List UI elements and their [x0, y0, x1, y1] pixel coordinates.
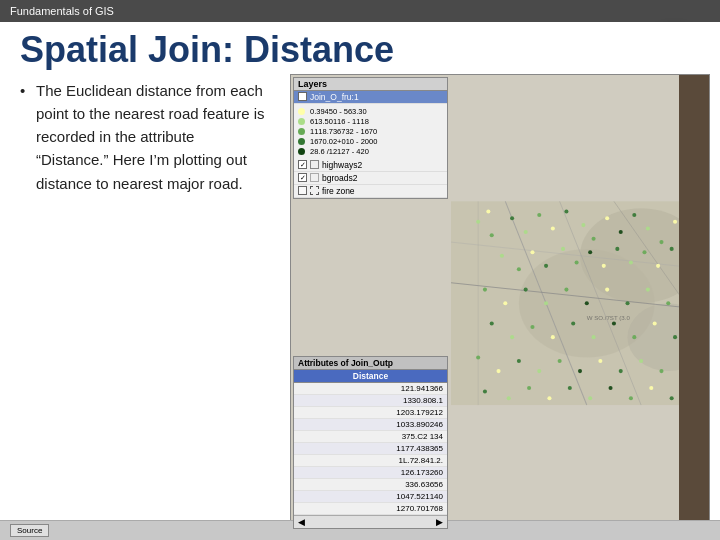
- svg-point-70: [619, 369, 623, 373]
- svg-point-23: [646, 226, 650, 230]
- hw-legend: [310, 160, 319, 169]
- svg-text:W SO./7ST (3.0: W SO./7ST (3.0: [587, 314, 631, 321]
- svg-point-25: [673, 219, 677, 223]
- scroll-left-icon[interactable]: ◀: [298, 517, 305, 527]
- attr-row-8: 126.173260: [294, 467, 447, 479]
- attr-row-4: 1033.890246: [294, 419, 447, 431]
- svg-point-48: [625, 301, 629, 305]
- svg-point-41: [483, 287, 487, 291]
- dark-strip-decoration: [679, 75, 709, 531]
- dist-val-1: 0.39450 - 563.30: [310, 107, 367, 116]
- layer-item-highways[interactable]: ✓ highways2: [294, 159, 447, 172]
- svg-point-64: [496, 369, 500, 373]
- top-bar: Fundamentals of GIS: [0, 0, 720, 22]
- attr-row-7: 1L.72.841.2.: [294, 455, 447, 467]
- svg-point-68: [578, 369, 582, 373]
- main-content: Spatial Join: Distance The Euclidean dis…: [0, 22, 720, 540]
- svg-point-50: [666, 301, 670, 305]
- svg-point-79: [588, 396, 592, 400]
- svg-point-63: [476, 355, 480, 359]
- svg-point-17: [564, 209, 568, 213]
- dist-val-4: 1670.02+010 - 2000: [310, 137, 377, 146]
- svg-point-33: [588, 250, 592, 254]
- layer-checkbox[interactable]: ✓: [298, 92, 307, 101]
- svg-point-43: [524, 287, 528, 291]
- layer-item-firezone[interactable]: fire zone: [294, 185, 447, 198]
- attr-row-10: 1047.521140: [294, 491, 447, 503]
- svg-point-57: [592, 335, 596, 339]
- dist-dot-1: [298, 108, 305, 115]
- svg-point-12: [486, 209, 490, 213]
- svg-point-52: [490, 321, 494, 325]
- svg-point-44: [544, 301, 548, 305]
- layer-checkbox-hw[interactable]: ✓: [298, 160, 307, 169]
- svg-point-13: [510, 216, 514, 220]
- dist-dot-4: [298, 138, 305, 145]
- svg-point-10: [476, 219, 480, 223]
- dist-row-2: 613.50116 - 1118: [298, 117, 443, 126]
- svg-point-77: [547, 396, 551, 400]
- svg-point-45: [564, 287, 568, 291]
- svg-point-67: [558, 358, 562, 362]
- scroll-controls: ◀ ▶: [294, 515, 447, 528]
- dist-row-1: 0.39450 - 563.30: [298, 107, 443, 116]
- layer-checkbox-bg[interactable]: ✓: [298, 173, 307, 182]
- svg-point-75: [507, 396, 511, 400]
- fz-legend: [310, 186, 319, 195]
- dist-dot-2: [298, 118, 305, 125]
- svg-point-49: [646, 287, 650, 291]
- layers-title: Layers: [294, 78, 447, 91]
- svg-point-16: [551, 226, 555, 230]
- scroll-right-icon[interactable]: ▶: [436, 517, 443, 527]
- svg-point-71: [639, 358, 643, 362]
- svg-point-59: [632, 335, 636, 339]
- attr-row-9: 336.63656: [294, 479, 447, 491]
- top-bar-label: Fundamentals of GIS: [10, 5, 114, 17]
- layer-label-join: Join_O_fru:1: [310, 92, 359, 102]
- svg-point-22: [632, 212, 636, 216]
- svg-point-11: [490, 233, 494, 237]
- svg-point-15: [537, 212, 541, 216]
- svg-point-78: [568, 386, 572, 390]
- svg-point-65: [517, 358, 521, 362]
- svg-point-42: [503, 301, 507, 305]
- attr-title: Attributes of Join_Outp: [294, 357, 447, 370]
- layer-label-firezone: fire zone: [322, 186, 355, 196]
- attr-column-header: Distance: [294, 370, 447, 383]
- svg-point-54: [530, 325, 534, 329]
- gis-panel: Layers ✓ Join_O_fru:1 0.39450 - 563.30 6…: [290, 74, 710, 532]
- svg-point-56: [571, 321, 575, 325]
- dist-row-3: 1118.736732 - 1670: [298, 127, 443, 136]
- svg-point-83: [670, 396, 674, 400]
- svg-point-47: [605, 287, 609, 291]
- svg-point-36: [629, 260, 633, 264]
- text-panel: The Euclidean distance from each point t…: [10, 74, 280, 532]
- layer-item-bgroads[interactable]: ✓ bgroads2: [294, 172, 447, 185]
- layers-panel: Layers ✓ Join_O_fru:1 0.39450 - 563.30 6…: [293, 77, 448, 199]
- map-area: W SO./7ST (3.0: [451, 75, 709, 531]
- layer-label-bgroads: bgroads2: [322, 173, 357, 183]
- title-area: Spatial Join: Distance: [0, 22, 720, 74]
- source-button[interactable]: Source: [10, 524, 49, 537]
- svg-point-27: [500, 253, 504, 257]
- svg-point-82: [649, 386, 653, 390]
- dist-val-3: 1118.736732 - 1670: [310, 127, 377, 136]
- svg-point-30: [544, 263, 548, 267]
- svg-point-31: [561, 246, 565, 250]
- layer-item-join[interactable]: ✓ Join_O_fru:1: [294, 91, 447, 104]
- bullet-text: The Euclidean distance from each point t…: [20, 79, 270, 195]
- layer-checkbox-fz[interactable]: [298, 186, 307, 195]
- svg-point-58: [612, 321, 616, 325]
- svg-point-60: [653, 321, 657, 325]
- attr-row-11: 1270.701768: [294, 503, 447, 515]
- content-row: The Euclidean distance from each point t…: [0, 74, 720, 540]
- svg-point-53: [510, 335, 514, 339]
- dist-dot-5: [298, 148, 305, 155]
- svg-point-55: [551, 335, 555, 339]
- dist-row-5: 28.6 /12127 - 420: [298, 147, 443, 156]
- attr-row-1: 121.941366: [294, 383, 447, 395]
- map-svg: W SO./7ST (3.0: [451, 75, 709, 531]
- svg-point-19: [592, 236, 596, 240]
- svg-point-61: [673, 335, 677, 339]
- svg-point-14: [524, 229, 528, 233]
